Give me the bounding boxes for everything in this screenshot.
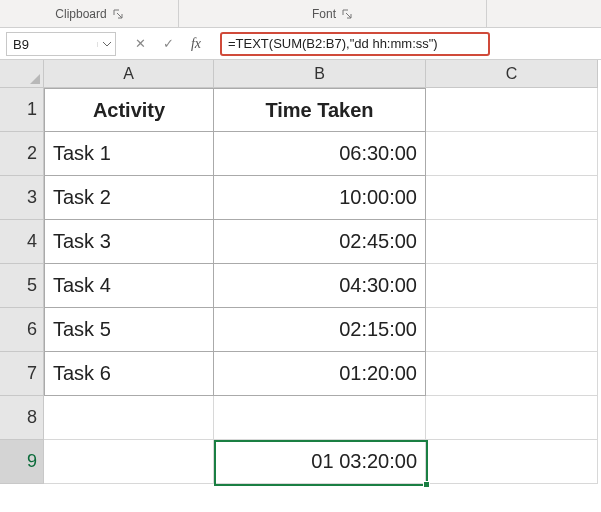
cell-A4[interactable]: Task 3	[44, 220, 214, 264]
cells: Activity Time Taken Task 1 06:30:00 Task…	[44, 88, 598, 484]
cell-A8[interactable]	[44, 396, 214, 440]
row-header-6[interactable]: 6	[0, 308, 44, 352]
row-header-4[interactable]: 4	[0, 220, 44, 264]
cell-B5[interactable]: 04:30:00	[214, 264, 426, 308]
select-all-corner[interactable]	[0, 60, 44, 88]
row-header-2[interactable]: 2	[0, 132, 44, 176]
ribbon-group-label: Clipboard	[55, 7, 106, 21]
formula-bar-buttons: ✕ ✓ fx	[122, 32, 214, 55]
cell-B8[interactable]	[214, 396, 426, 440]
ribbon-separator	[486, 0, 487, 27]
cell-B2[interactable]: 06:30:00	[214, 132, 426, 176]
row-headers: 1 2 3 4 5 6 7 8 9	[0, 88, 44, 484]
ribbon-group-label: Font	[312, 7, 336, 21]
ribbon-group-clipboard: Clipboard	[0, 0, 178, 27]
name-box-value: B9	[7, 37, 97, 52]
column-headers: A B C	[44, 60, 598, 88]
column-header-B[interactable]: B	[214, 60, 426, 88]
cell-A6[interactable]: Task 5	[44, 308, 214, 352]
cell-A5[interactable]: Task 4	[44, 264, 214, 308]
cell-A3[interactable]: Task 2	[44, 176, 214, 220]
row-header-7[interactable]: 7	[0, 352, 44, 396]
cell-C2[interactable]	[426, 132, 598, 176]
name-box[interactable]: B9	[6, 32, 116, 56]
cell-B9[interactable]: 01 03:20:00	[214, 440, 426, 484]
cell-C4[interactable]	[426, 220, 598, 264]
ribbon-group-strip: Clipboard Font	[0, 0, 601, 28]
row-header-8[interactable]: 8	[0, 396, 44, 440]
row-header-3[interactable]: 3	[0, 176, 44, 220]
cell-B7[interactable]: 01:20:00	[214, 352, 426, 396]
cell-B3[interactable]: 10:00:00	[214, 176, 426, 220]
dialog-launcher-icon[interactable]	[113, 9, 123, 19]
column-header-A[interactable]: A	[44, 60, 214, 88]
formula-input-wrap	[220, 32, 595, 55]
cancel-icon[interactable]: ✕	[131, 35, 149, 53]
spreadsheet-grid[interactable]: A B C 1 2 3 4 5 6 7 8 9 Activity Time Ta…	[0, 60, 601, 512]
cell-A9[interactable]	[44, 440, 214, 484]
cell-A1[interactable]: Activity	[44, 88, 214, 132]
cell-A2[interactable]: Task 1	[44, 132, 214, 176]
cell-C7[interactable]	[426, 352, 598, 396]
enter-icon[interactable]: ✓	[159, 35, 177, 53]
formula-bar-row: B9 ✕ ✓ fx	[0, 28, 601, 60]
cell-A7[interactable]: Task 6	[44, 352, 214, 396]
cell-B6[interactable]: 02:15:00	[214, 308, 426, 352]
formula-input[interactable]	[220, 32, 490, 56]
cell-C8[interactable]	[426, 396, 598, 440]
cell-C6[interactable]	[426, 308, 598, 352]
cell-C9[interactable]	[426, 440, 598, 484]
ribbon-group-font: Font	[178, 0, 486, 27]
column-header-C[interactable]: C	[426, 60, 598, 88]
row-header-9[interactable]: 9	[0, 440, 44, 484]
cell-B1[interactable]: Time Taken	[214, 88, 426, 132]
fx-icon[interactable]: fx	[187, 35, 205, 53]
cell-C5[interactable]	[426, 264, 598, 308]
row-header-1[interactable]: 1	[0, 88, 44, 132]
cell-C3[interactable]	[426, 176, 598, 220]
cell-C1[interactable]	[426, 88, 598, 132]
row-header-5[interactable]: 5	[0, 264, 44, 308]
cell-B4[interactable]: 02:45:00	[214, 220, 426, 264]
chevron-down-icon[interactable]	[97, 42, 115, 47]
dialog-launcher-icon[interactable]	[342, 9, 352, 19]
